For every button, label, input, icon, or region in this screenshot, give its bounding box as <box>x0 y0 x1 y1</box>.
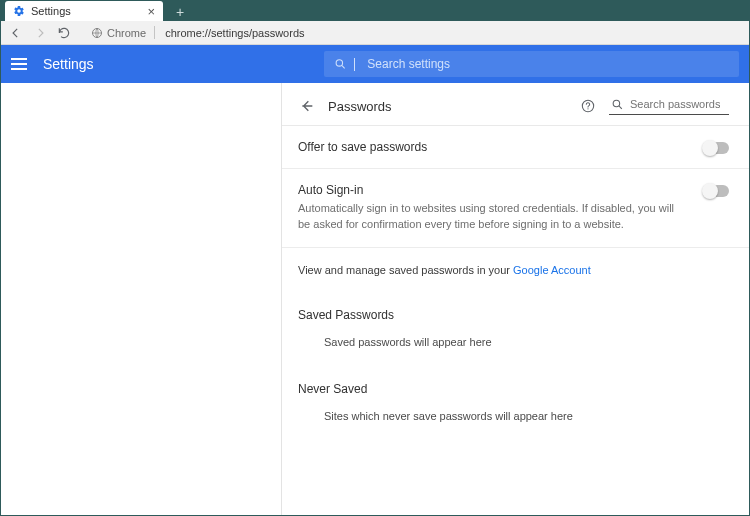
globe-icon <box>91 27 103 39</box>
svg-point-5 <box>613 100 620 107</box>
back-button[interactable] <box>7 24 25 42</box>
search-icon <box>611 98 624 111</box>
page-title: Passwords <box>328 99 567 114</box>
auto-signin-description: Automatically sign in to websites using … <box>298 201 678 233</box>
svg-line-6 <box>619 106 622 109</box>
saved-passwords-heading: Saved Passwords <box>282 300 749 332</box>
help-icon[interactable] <box>579 97 597 115</box>
url-source-label: Chrome <box>107 27 146 39</box>
forward-button[interactable] <box>31 24 49 42</box>
svg-point-1 <box>336 60 342 66</box>
tab-title: Settings <box>31 5 147 17</box>
google-account-link[interactable]: Google Account <box>513 264 591 276</box>
auto-signin-label: Auto Sign-in <box>298 183 678 197</box>
never-saved-heading: Never Saved <box>282 374 749 406</box>
settings-search[interactable] <box>324 51 739 77</box>
svg-point-4 <box>587 108 588 109</box>
browser-tab-strip: Settings × + <box>1 1 749 21</box>
main-area: Passwords Offer to save passwords Auto S… <box>1 83 749 515</box>
caret-icon <box>354 58 355 71</box>
svg-line-2 <box>342 66 345 69</box>
password-search-input[interactable] <box>630 98 720 110</box>
url-source-chip: Chrome <box>91 27 146 39</box>
auto-signin-toggle[interactable] <box>703 185 729 197</box>
row-auto-signin: Auto Sign-in Automatically sign in to we… <box>282 169 749 248</box>
browser-toolbar: Chrome <box>1 21 749 45</box>
manage-passwords-text: View and manage saved passwords in your <box>298 264 513 276</box>
new-tab-button[interactable]: + <box>169 3 191 21</box>
settings-search-input[interactable] <box>367 57 729 71</box>
page-back-button[interactable] <box>298 97 316 115</box>
password-search[interactable] <box>609 98 729 115</box>
reload-button[interactable] <box>55 24 73 42</box>
content-pane: Passwords Offer to save passwords Auto S… <box>282 83 749 515</box>
content-header: Passwords <box>282 83 749 126</box>
row-offer-save: Offer to save passwords <box>282 126 749 169</box>
search-icon <box>334 57 347 71</box>
saved-passwords-empty: Saved passwords will appear here <box>282 332 749 374</box>
offer-save-toggle[interactable] <box>703 142 729 154</box>
manage-passwords-row: View and manage saved passwords in your … <box>282 248 749 300</box>
gear-icon <box>13 5 25 17</box>
close-icon[interactable]: × <box>147 5 155 18</box>
sidebar <box>1 83 282 515</box>
offer-save-label: Offer to save passwords <box>298 140 427 154</box>
never-saved-empty: Sites which never save passwords will ap… <box>282 406 749 448</box>
app-header: Settings <box>1 45 749 83</box>
menu-icon[interactable] <box>11 54 31 74</box>
address-bar[interactable] <box>165 27 485 39</box>
browser-tab-settings[interactable]: Settings × <box>5 1 163 21</box>
url-divider <box>154 26 155 39</box>
app-title: Settings <box>43 56 94 72</box>
